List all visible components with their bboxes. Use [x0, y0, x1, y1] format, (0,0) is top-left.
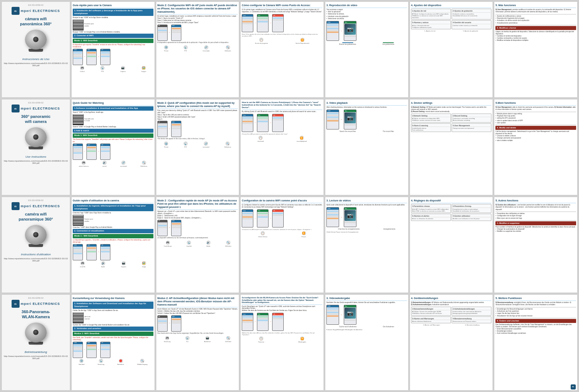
panel-fr-wifi: Mode 2 : Configuration rapide de mode AP…	[156, 197, 240, 293]
section-header-en-3: Mode 1: Wifi Smartlink	[73, 133, 153, 138]
page-container: ES-SS-0259-02 m mperi ELECTRONICS cámara…	[0, 0, 579, 392]
panel-title-es-6: 5. Más funciones	[495, 3, 576, 8]
icon-playback-es: ▶️ Sesión Reproducción	[296, 38, 309, 44]
section-modify-es: 6. Modificar y borrar	[495, 26, 576, 30]
panel-es-installation: Guía rápida para usar la Cámara 1. Insta…	[71, 1, 155, 98]
camera-title-de: 360-Panorama- WLAN-Kamera	[22, 309, 50, 320]
panel-title-de-6: 5. Weitere Funktionen	[495, 296, 576, 301]
icon-ptz-de: 📡 Steuerung	[98, 359, 104, 365]
panel-fr-installation: Guide rapide d'utilisation de la caméra …	[71, 197, 155, 293]
camera-panel-german: ES-SS-0259-02 m mperi ELECTRONICS 360-Pa…	[1, 294, 70, 391]
mperi-logo-es: m mperi ELECTRONICS	[12, 7, 60, 15]
panel-title-de-2: Modus 2: AP-Schnellkonfiguration (dieser…	[157, 296, 238, 307]
icon-sound-en: 🔊 sound	[102, 161, 107, 167]
doc-id-en: ES-SS-0259-02	[28, 102, 43, 104]
section-header-de-3: Modus 1: WiFi Smartlink	[73, 332, 153, 336]
section-header-es-1: 1. Instalación del software y descarga e…	[73, 9, 153, 16]
logo-area-en: m mperi ELECTRONICS	[3, 105, 68, 112]
panel-title-de-5: 4. Geräteeinstellungen	[411, 296, 492, 301]
icon-definitions-en: 🔍 Definitions	[140, 161, 147, 167]
camera-image-de	[21, 323, 50, 346]
icon-control: 🎮 Control	[80, 66, 85, 72]
icon-capture-fr2: 📋 Cliché d'écran	[258, 231, 267, 238]
icon-definition2-en: 🔍 Definitions	[224, 141, 231, 148]
icon-definition: 🔍 Definición	[225, 45, 231, 52]
section-modify-de: 6. Ändern und Löschen	[495, 319, 576, 323]
section-header-es-3: Modo 1: Wifi Smartlink	[73, 39, 153, 43]
panel-title-fr-3: Configuration de la caméra WiFi comme po…	[242, 198, 322, 203]
panel-title-es-5: 4. Ajustes del dispositivo	[411, 3, 492, 8]
camera-title-en: 360° panoramic wifi camera	[21, 114, 50, 124]
row-spanish: ES-SS-0259-02 m mperi ELECTRONICS cámara…	[1, 1, 578, 98]
icon-definition2-de: 🔍 Definition	[225, 336, 231, 342]
url-label-fr: http://www.mparielectronics.com/manuals/…	[3, 257, 68, 262]
section-header-en-1: 1.Software installation & download and I…	[73, 106, 153, 111]
panel-title-de-1: Kurzanleitung zur Verwendung der Kamera	[73, 296, 153, 301]
logo-area-de: m mperi ELECTRONICS	[3, 300, 68, 308]
icon-ptz2: 📡 PTZ	[183, 45, 188, 52]
panel-title-fr-1: Guide rapide d'utilisation de la caméra	[73, 198, 153, 203]
panel-title-en-1: Quick Guide for Watching	[73, 101, 153, 106]
url-label-en: http://www.mparielectronics.com/manuals/…	[3, 160, 68, 164]
section-header-en-2: 2.Add & watch	[73, 129, 153, 133]
row-german: ES-SS-0259-02 m mperi ELECTRONICS 360-Pa…	[1, 294, 578, 391]
panel-title-en-5: 4. Device settings	[411, 101, 492, 106]
panel-en-settings: 4. Device settings 1) Network Setting: A…	[410, 99, 493, 195]
doc-id-de: ES-SS-0259-02	[28, 297, 43, 299]
mperi-logo-fr: m mperi ELECTRONICS	[12, 202, 60, 210]
icon-image: 🖼️ Imagen	[141, 66, 146, 72]
panel-title-es-3: Cómo configurar la Cámara WiFi como Punt…	[242, 3, 322, 8]
camera-image-fr	[21, 225, 50, 248]
instructions-label-es: Instrucciones de Uso	[22, 57, 50, 61]
icon-ptz: 📡 PTZ	[100, 66, 105, 72]
panel-fr-access-point: Configuration de la caméra WiFi comme po…	[240, 197, 324, 293]
panel-title-en-4: 3. Video playback	[326, 101, 407, 106]
icon-definition-fr: 🔍 Définition	[225, 240, 231, 247]
icon-audio2-fr: 🔊 Audio	[206, 240, 211, 247]
panel-es-settings: 4. Ajustes del dispositivo 1-Ajustes de …	[410, 1, 493, 98]
icon-ptz2-de: 📡 Ton	[185, 336, 190, 342]
row-english: ES-SS-0259-02 m mperi ELECTRONICS 360° p…	[1, 99, 578, 195]
camera-panel-french: ES-SS-0259-02 m mperi ELECTRONICS caméra…	[1, 197, 70, 293]
panel-en-more: 5.More functions 5) User Management: abl…	[494, 99, 578, 195]
panel-title-en-3: How to set the WiFi Camera as Access Poi…	[242, 101, 322, 110]
instructions-label-de: Betriebsanleitung	[25, 350, 47, 354]
panel-de-more: 5. Weitere Funktionen 5) Benutzerverwalt…	[494, 294, 578, 391]
panel-title-fr-2: Mode 2 : Configuration rapide de mode AP…	[157, 198, 238, 210]
mperi-icon-fr: m	[12, 202, 20, 210]
icon-aufnahme2-de: 📷 Aufnahme	[204, 336, 211, 342]
panel-title-en-2: Mode 2: Quick AP configuration (this mod…	[157, 101, 238, 109]
camera-title-es: cámara wifi panorámica 360°	[20, 16, 52, 27]
icon-capture-fr: 📷 Capture	[121, 261, 126, 268]
section-header-es-2: 2. Conectar al WiFi	[73, 34, 153, 38]
section-modify-fr: 4. Modifier et supprimer	[495, 221, 576, 225]
icon-preset-en: ⚙️ Preset	[164, 141, 168, 148]
icon-joystick-fr: 📡 Joystick	[186, 240, 191, 247]
icon-connected: 🔗 Conectado	[203, 45, 210, 52]
icon-aufnahme-de: 🔴 Aufnahme	[118, 359, 124, 365]
panel-de-access-point: So konfigurieren Sie die WLAN-Kamera als…	[240, 294, 324, 391]
icon-control-en: 🎮 active Intercom	[79, 161, 89, 167]
panel-title-en-6: 5.More functions	[495, 101, 576, 106]
mperi-icon-es: m	[12, 7, 20, 15]
icon-passer-fr: ▶️ Passer	[301, 231, 306, 238]
panel-title-fr-5: 4. Réglages du dispositif	[411, 198, 492, 203]
panel-title-es-2: Modo 2: Configuración WiFi de AP (solo m…	[157, 3, 238, 14]
icon-playback-de: ▶️ Wiedergabe	[298, 336, 306, 343]
icon-thumbnail-en: 📋 thumbnail	[258, 136, 264, 142]
icon-audio-fr: 🔊 Audio	[101, 261, 105, 268]
panel-es-video: 3. Reproducción de vídeo Tres acciones a…	[325, 1, 409, 98]
doc-id-es: ES-SS-0259-02	[28, 4, 43, 6]
panel-title-de-4: 3. Videowiedergabe	[326, 296, 407, 301]
icon-capture: 📷 Captura	[121, 66, 126, 72]
panel-en-access-point: How to set the WiFi Camera as Access Poi…	[240, 99, 324, 195]
mperi-icon-de: m	[12, 300, 20, 308]
row-french: ES-SS-0259-02 m mperi ELECTRONICS caméra…	[1, 197, 578, 293]
section-header-de-1: 1. Installation der Software und Downloa…	[73, 302, 153, 309]
panel-fr-video: 3. Lecture de vidéos Après avoir sélecti…	[325, 197, 409, 293]
section-header-fr-1: 1. Installation du logiciel, téléchargem…	[73, 204, 153, 211]
panel-de-wifi: Modus 2: AP-Schnellkonfiguration (dieser…	[156, 294, 240, 391]
url-label-de: http://www.mparielectronics.com/manuals/…	[3, 355, 68, 359]
panel-fr-settings: 4. Réglages du dispositif 1-Paramètres r…	[410, 197, 493, 293]
panel-title-es-1: Guía rápida para usar la Cámara	[73, 3, 153, 8]
